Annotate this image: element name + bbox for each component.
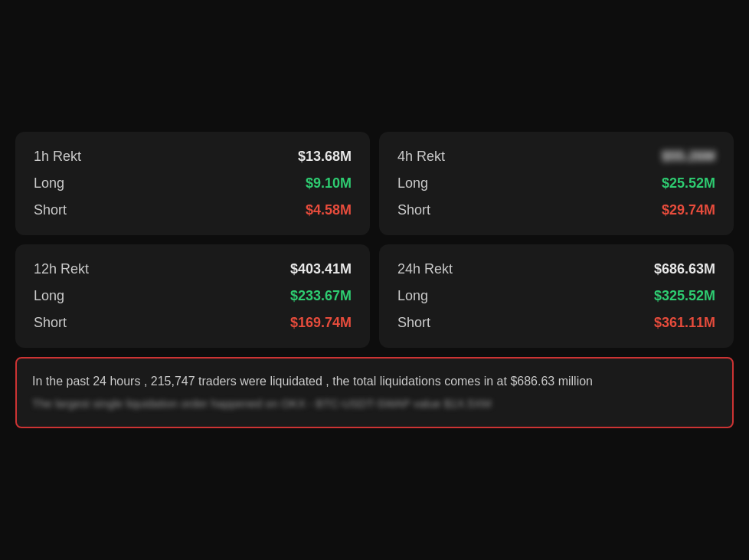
card-12h-short-value: $169.74M <box>290 315 352 331</box>
card-1h-header-row: 1h Rekt $13.68M <box>34 149 352 165</box>
card-24h-short-value: $361.11M <box>654 315 715 331</box>
card-12h-total: $403.41M <box>290 261 352 277</box>
card-4h-short-label: Short <box>397 202 430 218</box>
card-4h-total: $55.26M <box>662 149 715 165</box>
card-1h-short-row: Short $4.58M <box>34 202 352 218</box>
card-24h-short-row: Short $361.11M <box>397 315 715 331</box>
card-24h-total: $686.63M <box>654 261 715 277</box>
card-24h-header-row: 24h Rekt $686.63M <box>397 261 715 277</box>
card-12h-short-label: Short <box>34 315 67 331</box>
card-12h-long-label: Long <box>34 288 64 304</box>
card-12h-long-value: $233.67M <box>290 288 352 304</box>
card-4h-long-row: Long $25.52M <box>397 175 715 192</box>
card-24h: 24h Rekt $686.63M Long $325.52M Short $3… <box>379 244 734 348</box>
card-4h-long-label: Long <box>397 175 428 192</box>
card-12h-title: 12h Rekt <box>34 261 89 277</box>
card-24h-long-value: $325.52M <box>654 288 715 304</box>
card-4h-short-row: Short $29.74M <box>397 202 715 218</box>
card-12h: 12h Rekt $403.41M Long $233.67M Short $1… <box>15 244 370 348</box>
card-24h-title: 24h Rekt <box>397 261 453 277</box>
card-1h-long-value: $9.10M <box>306 175 352 192</box>
card-1h-short-label: Short <box>34 202 67 218</box>
card-24h-long-label: Long <box>397 288 428 304</box>
card-12h-short-row: Short $169.74M <box>34 315 352 331</box>
card-12h-long-row: Long $233.67M <box>34 288 352 304</box>
card-1h-total: $13.68M <box>298 149 352 165</box>
card-1h-title: 1h Rekt <box>34 149 81 165</box>
card-24h-long-row: Long $325.52M <box>397 288 715 304</box>
card-1h-long-row: Long $9.10M <box>34 175 352 192</box>
card-4h: 4h Rekt $55.26M Long $25.52M Short $29.7… <box>379 132 734 235</box>
card-12h-header-row: 12h Rekt $403.41M <box>34 261 352 277</box>
main-container: 1h Rekt $13.68M Long $9.10M Short $4.58M… <box>15 132 734 428</box>
summary-box: In the past 24 hours , 215,747 traders w… <box>15 357 734 428</box>
card-4h-header-row: 4h Rekt $55.26M <box>397 149 715 165</box>
card-1h: 1h Rekt $13.68M Long $9.10M Short $4.58M <box>15 132 370 235</box>
summary-secondary-text: The largest single liquidation order hap… <box>32 395 717 413</box>
card-24h-short-label: Short <box>397 315 430 331</box>
card-4h-short-value: $29.74M <box>662 202 715 218</box>
cards-grid: 1h Rekt $13.68M Long $9.10M Short $4.58M… <box>15 132 734 348</box>
card-1h-short-value: $4.58M <box>306 202 352 218</box>
card-1h-long-label: Long <box>34 175 64 192</box>
summary-main-text: In the past 24 hours , 215,747 traders w… <box>32 372 717 391</box>
card-4h-long-value: $25.52M <box>662 175 715 192</box>
card-4h-title: 4h Rekt <box>397 149 445 165</box>
